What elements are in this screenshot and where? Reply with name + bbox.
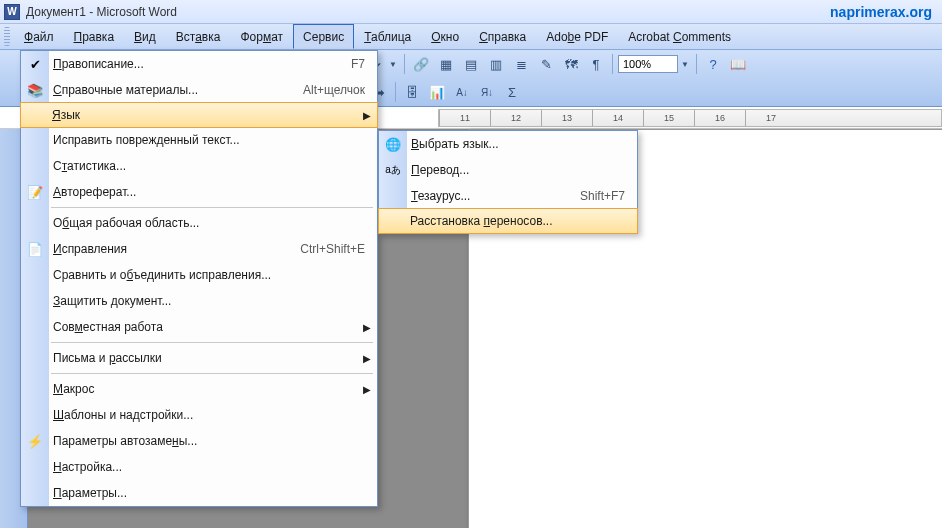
separator (612, 54, 613, 74)
tables-borders-button[interactable]: ▦ (435, 53, 457, 75)
track-changes-icon: 📄 (25, 239, 45, 259)
menu-item-compare-merge[interactable]: Сравнить и объединить исправления... (21, 262, 377, 288)
globe-check-icon: 🌐 (383, 134, 403, 154)
menu-item-autocorrect[interactable]: ⚡ Параметры автозамены... (21, 428, 377, 454)
separator (696, 54, 697, 74)
menu-window[interactable]: Окно (421, 24, 469, 49)
menu-item-customize[interactable]: Настройка... (21, 454, 377, 480)
menu-separator (51, 373, 373, 374)
menu-item-shared-workspace[interactable]: Общая рабочая область... (21, 210, 377, 236)
sort-asc-button[interactable]: А↓ (451, 81, 473, 103)
help-button[interactable]: ? (702, 53, 724, 75)
submenu-item-choose-language[interactable]: 🌐 Выбрать язык... (379, 131, 637, 157)
watermark-text: naprimerax.org (830, 4, 938, 20)
redo-dropdown[interactable]: ▼ (389, 60, 399, 69)
lightning-icon: ⚡ (25, 431, 45, 451)
submenu-item-thesaurus[interactable]: Тезаурус... Shift+F7 (379, 183, 637, 209)
ruler-mark: 16 (694, 110, 745, 126)
menu-view[interactable]: Вид (124, 24, 166, 49)
columns-button[interactable]: ≣ (510, 53, 532, 75)
menu-bar: Файл Правка Вид Вставка Формат Сервис Та… (0, 24, 942, 50)
ruler-mark: 15 (643, 110, 694, 126)
word-app-icon: W (4, 4, 20, 20)
zoom-combo[interactable]: 100% (618, 55, 678, 73)
submenu-arrow-icon: ▶ (363, 110, 371, 121)
ruler-mark: 17 (745, 110, 796, 126)
excel-button[interactable]: ▥ (485, 53, 507, 75)
submenu-arrow-icon: ▶ (363, 384, 371, 395)
submenu-item-hyphenation[interactable]: Расстановка переносов... (378, 208, 638, 234)
separator (395, 82, 396, 102)
translate-icon: aあ (383, 160, 403, 180)
autoformat-button[interactable]: 🗄 (401, 81, 423, 103)
drawing-button[interactable]: ✎ (535, 53, 557, 75)
menu-item-protect-document[interactable]: Защитить документ... (21, 288, 377, 314)
menu-item-collaboration[interactable]: Совместная работа ▶ (21, 314, 377, 340)
zoom-dropdown[interactable]: ▼ (681, 60, 691, 69)
separator (404, 54, 405, 74)
show-hide-button[interactable]: ¶ (585, 53, 607, 75)
ruler-mark: 14 (592, 110, 643, 126)
menu-item-options[interactable]: Параметры... (21, 480, 377, 506)
autosummary-icon: 📝 (25, 182, 45, 202)
menu-separator (51, 207, 373, 208)
horizontal-ruler[interactable]: 11 12 13 14 15 16 17 (438, 109, 942, 127)
submenu-item-translate[interactable]: aあ Перевод... (379, 157, 637, 183)
menu-adobe-pdf[interactable]: Adobe PDF (536, 24, 618, 49)
menu-item-templates[interactable]: Шаблоны и надстройки... (21, 402, 377, 428)
abc-check-icon: ✔ (25, 54, 45, 74)
ruler-mark: 12 (490, 110, 541, 126)
tools-menu-dropdown: ✔ Правописание... F7 📚 Справочные матери… (20, 50, 378, 507)
menu-tools[interactable]: Сервис (293, 24, 354, 49)
menu-item-statistics[interactable]: Статистика... (21, 153, 377, 179)
insert-table-button[interactable]: ▤ (460, 53, 482, 75)
hyperlink-button[interactable]: 🔗 (410, 53, 432, 75)
menu-item-macro[interactable]: Макрос ▶ (21, 376, 377, 402)
autosum-button[interactable]: Σ (501, 81, 523, 103)
ruler-mark: 13 (541, 110, 592, 126)
menu-insert[interactable]: Вставка (166, 24, 231, 49)
menu-item-autosummary[interactable]: 📝 Автореферат... (21, 179, 377, 205)
language-submenu: 🌐 Выбрать язык... aあ Перевод... Тезаурус… (378, 130, 638, 234)
toolbar-grip[interactable] (4, 27, 10, 46)
submenu-arrow-icon: ▶ (363, 322, 371, 333)
menu-item-research[interactable]: 📚 Справочные материалы... Alt+щелчок (21, 77, 377, 103)
submenu-arrow-icon: ▶ (363, 353, 371, 364)
doc-map-button[interactable]: 🗺 (560, 53, 582, 75)
menu-item-fix-broken-text[interactable]: Исправить поврежденный текст... (21, 127, 377, 153)
menu-item-track-changes[interactable]: 📄 Исправления Ctrl+Shift+E (21, 236, 377, 262)
menu-item-spelling[interactable]: ✔ Правописание... F7 (21, 51, 377, 77)
menu-acrobat-comments[interactable]: Acrobat Comments (618, 24, 741, 49)
menu-format[interactable]: Формат (230, 24, 293, 49)
menu-file[interactable]: Файл (14, 24, 64, 49)
title-bar: W Документ1 - Microsoft Word naprimerax.… (0, 0, 942, 24)
menu-item-language[interactable]: Язык ▶ (20, 102, 378, 128)
menu-item-mail-merge[interactable]: Письма и рассылки ▶ (21, 345, 377, 371)
ruler-mark: 11 (439, 110, 490, 126)
menu-help[interactable]: Справка (469, 24, 536, 49)
read-mode-button[interactable]: 📖 (727, 53, 749, 75)
sort-desc-button[interactable]: Я↓ (476, 81, 498, 103)
menu-table[interactable]: Таблица (354, 24, 421, 49)
menu-separator (51, 342, 373, 343)
book-icon: 📚 (25, 80, 45, 100)
chart-button[interactable]: 📊 (426, 81, 448, 103)
window-title: Документ1 - Microsoft Word (26, 5, 177, 19)
menu-edit[interactable]: Правка (64, 24, 125, 49)
